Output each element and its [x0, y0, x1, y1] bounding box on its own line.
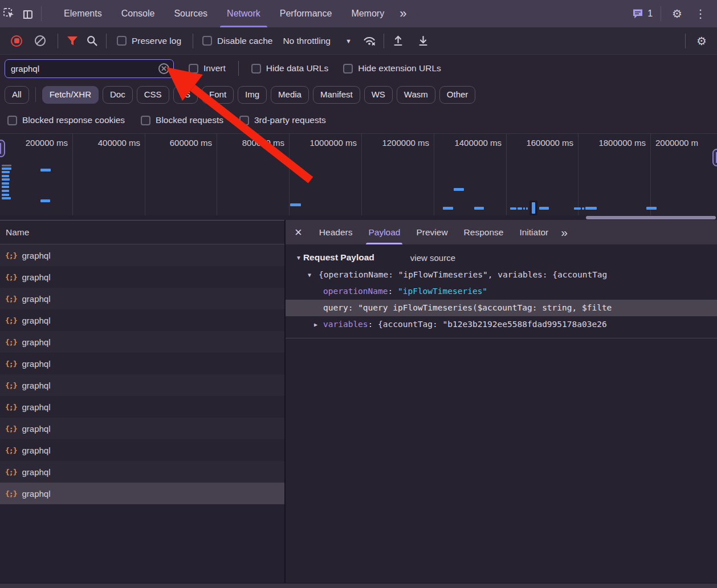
network-request-row[interactable]: {;}graphql: [0, 309, 284, 331]
network-conditions-button[interactable]: [360, 31, 379, 51]
checkbox-box[interactable]: [202, 36, 212, 46]
toolbar-divider: [661, 6, 661, 21]
filter-chip-wasm[interactable]: Wasm: [397, 86, 435, 104]
more-panels-icon[interactable]: »: [394, 6, 410, 21]
collapse-triangle-icon[interactable]: ▼: [296, 255, 302, 261]
blocked-requests-checkbox[interactable]: Blocked requests: [141, 115, 223, 125]
close-detail-icon[interactable]: ×: [286, 221, 311, 244]
3rd-party-requests-checkbox[interactable]: 3rd-party requests: [239, 115, 326, 125]
expand-triangle-icon[interactable]: ▶: [314, 316, 317, 333]
filter-chip-js[interactable]: JS: [173, 86, 198, 104]
overview-scrollbar-track[interactable]: [0, 215, 717, 220]
tab-memory[interactable]: Memory: [341, 0, 394, 27]
filter-chip-fetch-xhr[interactable]: Fetch/XHR: [42, 86, 99, 104]
tab-network[interactable]: Network: [217, 0, 270, 27]
download-icon: [417, 35, 429, 47]
checkbox-box[interactable]: [189, 64, 198, 74]
toolbar-divider: [41, 6, 42, 21]
hide-extension-urls-checkbox[interactable]: Hide extension URLs: [343, 63, 441, 74]
filter-chip-manifest[interactable]: Manifest: [313, 86, 360, 104]
checkbox-box[interactable]: [117, 36, 127, 46]
import-har-button[interactable]: [389, 31, 408, 51]
blocked-response-cookies-checkbox[interactable]: Blocked response cookies: [7, 115, 125, 125]
checkbox-box[interactable]: [141, 116, 150, 125]
more-detail-tabs-icon[interactable]: »: [556, 226, 571, 239]
network-request-row[interactable]: {;}graphql: [0, 288, 284, 309]
request-name: graphql: [22, 294, 50, 304]
inspect-element-icon[interactable]: [0, 0, 18, 27]
hide-data-urls-checkbox[interactable]: Hide data URLs: [251, 63, 328, 74]
search-button[interactable]: [82, 31, 101, 51]
network-request-row[interactable]: {;}graphql: [0, 439, 284, 461]
filter-chip-img[interactable]: Img: [238, 86, 267, 104]
throttling-dropdown[interactable]: No throttling ▼: [283, 36, 351, 46]
overview-scrollbar-thumb[interactable]: [586, 216, 716, 219]
timeline-gridline: [217, 134, 217, 215]
clear-network-log-button[interactable]: [35, 35, 46, 46]
timeline-request-bar: [646, 207, 657, 210]
expand-triangle-icon[interactable]: ▼: [308, 267, 311, 283]
fetch-xhr-icon: {;}: [5, 446, 17, 455]
filter-chip-ws[interactable]: WS: [364, 86, 393, 104]
request-name: graphql: [22, 251, 50, 260]
record-network-log-button[interactable]: [11, 35, 22, 47]
tab-console[interactable]: Console: [112, 0, 165, 27]
filter-input[interactable]: [5, 59, 174, 78]
filter-chip-font[interactable]: Font: [202, 86, 234, 104]
detail-tabs: HeadersPayloadPreviewResponseInitiator: [311, 220, 556, 244]
network-settings-gear-icon[interactable]: ⚙: [690, 34, 717, 48]
preserve-log-checkbox[interactable]: Preserve log: [117, 36, 181, 46]
detail-tab-response[interactable]: Response: [456, 220, 512, 244]
request-name: graphql: [22, 381, 50, 390]
payload-root-line[interactable]: ▼ {operationName: "ipFlowTimeseries", va…: [286, 267, 717, 283]
payload-variables-line[interactable]: ▶ variables: {accountTag: "b12e3b2192ee5…: [286, 316, 717, 333]
network-request-row[interactable]: {;}graphql: [0, 461, 284, 483]
settings-gear-icon[interactable]: ⚙: [666, 7, 689, 21]
detail-tab-preview[interactable]: Preview: [408, 220, 455, 244]
network-request-row[interactable]: {;}graphql: [0, 483, 284, 504]
clear-filter-icon[interactable]: ✕: [158, 63, 169, 74]
invert-checkbox[interactable]: Invert: [189, 63, 226, 74]
detail-tab-headers[interactable]: Headers: [311, 220, 361, 244]
filter-chip-all[interactable]: All: [5, 86, 29, 104]
toolbar-divider: [106, 34, 107, 48]
filter-toggle-button[interactable]: [63, 31, 82, 51]
device-toolbar-icon[interactable]: [18, 0, 36, 27]
checkbox-box[interactable]: [7, 116, 17, 125]
checkbox-box[interactable]: [239, 116, 249, 125]
checkbox-box[interactable]: [251, 64, 261, 74]
payload-query-line[interactable]: query: "query ipFlowTimeseries($accountT…: [286, 300, 717, 316]
checkbox-box[interactable]: [343, 64, 353, 74]
checkbox-label: 3rd-party requests: [254, 115, 326, 125]
tab-sources[interactable]: Sources: [164, 0, 217, 27]
top-bar-right: 1 ⚙ ⋮: [629, 6, 717, 21]
toolbar-divider: [384, 34, 384, 48]
network-request-row[interactable]: {;}graphql: [0, 396, 284, 418]
filter-chip-doc[interactable]: Doc: [103, 86, 133, 104]
view-source-link[interactable]: view source: [410, 253, 455, 263]
network-overview-timeline[interactable]: 200000 ms400000 ms600000 ms800000 ms1000…: [0, 133, 717, 220]
detail-tab-payload[interactable]: Payload: [360, 220, 408, 244]
tab-elements[interactable]: Elements: [54, 0, 112, 27]
name-column-header[interactable]: Name: [0, 220, 284, 244]
network-request-row[interactable]: {;}graphql: [0, 353, 284, 374]
tab-performance[interactable]: Performance: [270, 0, 342, 27]
more-options-icon[interactable]: ⋮: [689, 7, 712, 21]
filter-chip-media[interactable]: Media: [271, 86, 309, 104]
network-request-row[interactable]: {;}graphql: [0, 244, 284, 266]
filter-chip-other[interactable]: Other: [439, 86, 476, 104]
disable-cache-checkbox[interactable]: Disable cache: [202, 36, 272, 46]
panel-tabs: ElementsConsoleSourcesNetworkPerformance…: [54, 0, 394, 27]
overview-right-grip[interactable]: [712, 149, 717, 166]
overview-left-grip[interactable]: [0, 140, 5, 157]
network-request-row[interactable]: {;}graphql: [0, 331, 284, 353]
network-request-row[interactable]: {;}graphql: [0, 418, 284, 439]
network-request-row[interactable]: {;}graphql: [0, 266, 284, 288]
network-request-row[interactable]: {;}graphql: [0, 374, 284, 396]
detail-tab-initiator[interactable]: Initiator: [511, 220, 556, 244]
timeline-request-bar: [2, 186, 9, 188]
filter-chip-css[interactable]: CSS: [137, 86, 169, 104]
timeline-request-bar: [523, 207, 525, 210]
issues-badge[interactable]: 1: [629, 8, 656, 19]
export-har-button[interactable]: [414, 31, 433, 51]
